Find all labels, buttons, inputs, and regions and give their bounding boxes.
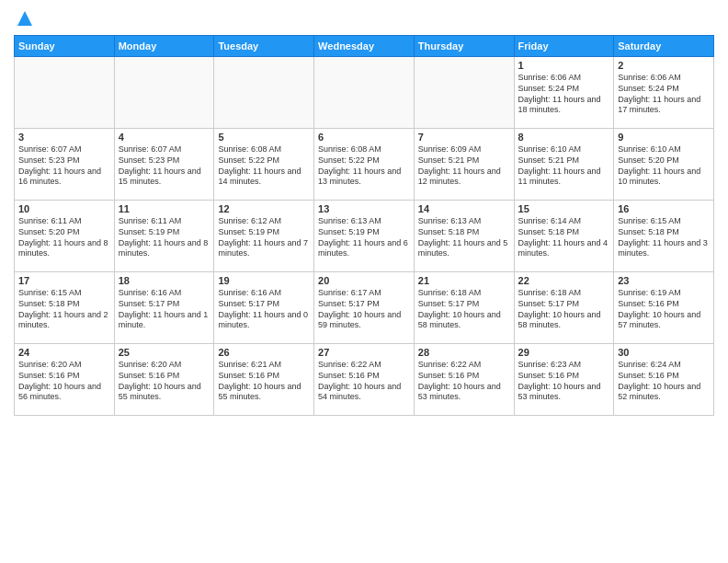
calendar-cell: 8Sunrise: 6:10 AM Sunset: 5:21 PM Daylig…	[514, 129, 614, 201]
calendar-cell: 23Sunrise: 6:19 AM Sunset: 5:16 PM Dayli…	[614, 272, 714, 344]
day-info: Sunrise: 6:07 AM Sunset: 5:23 PM Dayligh…	[119, 144, 210, 188]
weekday-header-monday: Monday	[114, 36, 214, 57]
day-info: Sunrise: 6:24 AM Sunset: 5:16 PM Dayligh…	[618, 360, 710, 403]
day-info: Sunrise: 6:10 AM Sunset: 5:20 PM Dayligh…	[618, 144, 710, 188]
day-number: 26	[218, 347, 310, 358]
day-number: 7	[418, 132, 510, 143]
calendar-cell: 19Sunrise: 6:16 AM Sunset: 5:17 PM Dayli…	[214, 272, 314, 344]
calendar-cell	[314, 57, 415, 129]
day-info: Sunrise: 6:22 AM Sunset: 5:16 PM Dayligh…	[418, 360, 510, 403]
calendar-cell: 9Sunrise: 6:10 AM Sunset: 5:20 PM Daylig…	[614, 129, 714, 201]
day-number: 30	[618, 347, 710, 358]
day-number: 3	[18, 132, 110, 143]
calendar-cell: 16Sunrise: 6:15 AM Sunset: 5:18 PM Dayli…	[614, 201, 714, 272]
day-number: 11	[119, 203, 210, 214]
calendar-cell: 2Sunrise: 6:06 AM Sunset: 5:24 PM Daylig…	[614, 57, 714, 129]
weekday-header-row: SundayMondayTuesdayWednesdayThursdayFrid…	[15, 36, 714, 57]
day-number: 28	[418, 347, 510, 358]
day-number: 9	[618, 132, 710, 143]
day-number: 6	[318, 132, 410, 143]
day-number: 17	[18, 275, 110, 286]
calendar-cell: 13Sunrise: 6:13 AM Sunset: 5:19 PM Dayli…	[314, 201, 415, 272]
calendar-cell: 29Sunrise: 6:23 AM Sunset: 5:16 PM Dayli…	[514, 344, 614, 416]
day-info: Sunrise: 6:20 AM Sunset: 5:16 PM Dayligh…	[18, 360, 110, 403]
day-info: Sunrise: 6:18 AM Sunset: 5:17 PM Dayligh…	[518, 288, 610, 331]
day-info: Sunrise: 6:17 AM Sunset: 5:17 PM Dayligh…	[318, 288, 410, 331]
logo-general	[14, 9, 34, 28]
day-info: Sunrise: 6:10 AM Sunset: 5:21 PM Dayligh…	[518, 144, 610, 188]
day-number: 2	[618, 60, 710, 71]
day-info: Sunrise: 6:11 AM Sunset: 5:20 PM Dayligh…	[18, 216, 110, 259]
weekday-header-sunday: Sunday	[15, 36, 115, 57]
day-number: 13	[318, 203, 410, 214]
week-row-3: 10Sunrise: 6:11 AM Sunset: 5:20 PM Dayli…	[15, 201, 714, 272]
day-number: 24	[18, 347, 110, 358]
calendar-cell: 15Sunrise: 6:14 AM Sunset: 5:18 PM Dayli…	[514, 201, 614, 272]
calendar-cell: 14Sunrise: 6:13 AM Sunset: 5:18 PM Dayli…	[414, 201, 514, 272]
calendar-cell: 17Sunrise: 6:15 AM Sunset: 5:18 PM Dayli…	[15, 272, 115, 344]
day-info: Sunrise: 6:06 AM Sunset: 5:24 PM Dayligh…	[618, 73, 710, 116]
day-info: Sunrise: 6:18 AM Sunset: 5:17 PM Dayligh…	[418, 288, 510, 331]
calendar-cell: 28Sunrise: 6:22 AM Sunset: 5:16 PM Dayli…	[414, 344, 514, 416]
day-number: 29	[518, 347, 610, 358]
day-info: Sunrise: 6:20 AM Sunset: 5:16 PM Dayligh…	[119, 360, 210, 403]
weekday-header-saturday: Saturday	[614, 36, 714, 57]
calendar-cell: 20Sunrise: 6:17 AM Sunset: 5:17 PM Dayli…	[314, 272, 415, 344]
day-info: Sunrise: 6:12 AM Sunset: 5:19 PM Dayligh…	[218, 216, 310, 259]
weekday-header-wednesday: Wednesday	[314, 36, 415, 57]
calendar-cell: 12Sunrise: 6:12 AM Sunset: 5:19 PM Dayli…	[214, 201, 314, 272]
calendar-cell: 30Sunrise: 6:24 AM Sunset: 5:16 PM Dayli…	[614, 344, 714, 416]
day-info: Sunrise: 6:22 AM Sunset: 5:16 PM Dayligh…	[318, 360, 410, 403]
day-number: 5	[218, 132, 310, 143]
calendar-cell	[414, 57, 514, 129]
calendar-cell: 22Sunrise: 6:18 AM Sunset: 5:17 PM Dayli…	[514, 272, 614, 344]
day-info: Sunrise: 6:15 AM Sunset: 5:18 PM Dayligh…	[618, 216, 710, 259]
header	[14, 9, 714, 28]
day-number: 8	[518, 132, 610, 143]
weekday-header-tuesday: Tuesday	[214, 36, 314, 57]
day-number: 23	[618, 275, 710, 286]
calendar-cell: 7Sunrise: 6:09 AM Sunset: 5:21 PM Daylig…	[414, 129, 514, 201]
day-info: Sunrise: 6:16 AM Sunset: 5:17 PM Dayligh…	[218, 288, 310, 331]
calendar-cell: 21Sunrise: 6:18 AM Sunset: 5:17 PM Dayli…	[414, 272, 514, 344]
day-number: 1	[518, 60, 610, 71]
day-info: Sunrise: 6:11 AM Sunset: 5:19 PM Dayligh…	[119, 216, 210, 259]
day-info: Sunrise: 6:06 AM Sunset: 5:24 PM Dayligh…	[518, 73, 610, 116]
day-number: 12	[218, 203, 310, 214]
week-row-2: 3Sunrise: 6:07 AM Sunset: 5:23 PM Daylig…	[15, 129, 714, 201]
day-info: Sunrise: 6:08 AM Sunset: 5:22 PM Dayligh…	[318, 144, 410, 188]
calendar-cell: 10Sunrise: 6:11 AM Sunset: 5:20 PM Dayli…	[15, 201, 115, 272]
page: SundayMondayTuesdayWednesdayThursdayFrid…	[0, 0, 728, 563]
calendar: SundayMondayTuesdayWednesdayThursdayFrid…	[14, 35, 714, 416]
day-number: 4	[119, 132, 210, 143]
day-number: 14	[418, 203, 510, 214]
calendar-cell: 26Sunrise: 6:21 AM Sunset: 5:16 PM Dayli…	[214, 344, 314, 416]
calendar-cell: 5Sunrise: 6:08 AM Sunset: 5:22 PM Daylig…	[214, 129, 314, 201]
calendar-cell: 6Sunrise: 6:08 AM Sunset: 5:22 PM Daylig…	[314, 129, 415, 201]
day-info: Sunrise: 6:13 AM Sunset: 5:19 PM Dayligh…	[318, 216, 410, 259]
calendar-cell: 11Sunrise: 6:11 AM Sunset: 5:19 PM Dayli…	[114, 201, 214, 272]
day-info: Sunrise: 6:21 AM Sunset: 5:16 PM Dayligh…	[218, 360, 310, 403]
calendar-cell: 25Sunrise: 6:20 AM Sunset: 5:16 PM Dayli…	[114, 344, 214, 416]
week-row-4: 17Sunrise: 6:15 AM Sunset: 5:18 PM Dayli…	[15, 272, 714, 344]
day-number: 27	[318, 347, 410, 358]
calendar-cell: 24Sunrise: 6:20 AM Sunset: 5:16 PM Dayli…	[15, 344, 115, 416]
weekday-header-friday: Friday	[514, 36, 614, 57]
calendar-cell	[114, 57, 214, 129]
calendar-cell: 3Sunrise: 6:07 AM Sunset: 5:23 PM Daylig…	[15, 129, 115, 201]
day-number: 20	[318, 275, 410, 286]
day-number: 21	[418, 275, 510, 286]
logo	[14, 9, 34, 28]
day-number: 25	[119, 347, 210, 358]
calendar-cell	[214, 57, 314, 129]
day-info: Sunrise: 6:23 AM Sunset: 5:16 PM Dayligh…	[518, 360, 610, 403]
day-number: 10	[18, 203, 110, 214]
day-number: 18	[119, 275, 210, 286]
day-info: Sunrise: 6:16 AM Sunset: 5:17 PM Dayligh…	[119, 288, 210, 331]
calendar-cell: 1Sunrise: 6:06 AM Sunset: 5:24 PM Daylig…	[514, 57, 614, 129]
calendar-cell: 27Sunrise: 6:22 AM Sunset: 5:16 PM Dayli…	[314, 344, 415, 416]
day-number: 22	[518, 275, 610, 286]
day-info: Sunrise: 6:13 AM Sunset: 5:18 PM Dayligh…	[418, 216, 510, 259]
day-info: Sunrise: 6:08 AM Sunset: 5:22 PM Dayligh…	[218, 144, 310, 188]
day-number: 16	[618, 203, 710, 214]
